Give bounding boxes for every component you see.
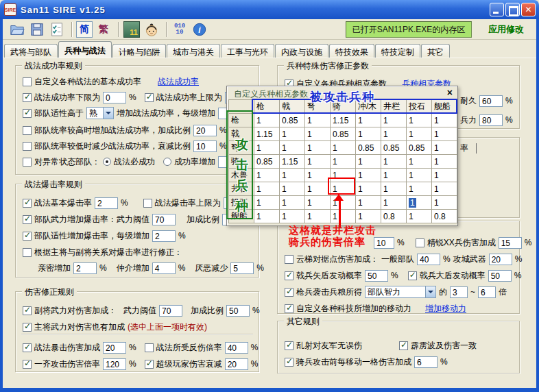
value-input[interactable]: 20 (103, 342, 126, 354)
dropdown[interactable]: 熟 (86, 107, 114, 119)
checkbox[interactable] (285, 341, 294, 350)
checkbox[interactable] (23, 158, 32, 167)
value-input[interactable]: 70 (152, 214, 176, 225)
apply-changes-button[interactable]: 应用修改 (488, 23, 524, 36)
matrix-cell[interactable]: 1 (356, 196, 381, 210)
value-input[interactable]: 40 (225, 342, 248, 354)
matrix-cell[interactable]: 0.85 (356, 141, 381, 155)
matrix-cell[interactable]: 1 (381, 169, 407, 182)
value-input[interactable]: 60 (479, 95, 503, 107)
matrix-cell[interactable]: 0.85 (254, 155, 280, 169)
value-input[interactable]: 80 (479, 114, 503, 126)
checkbox[interactable] (23, 306, 32, 315)
matrix-cell[interactable]: 1 (305, 127, 331, 141)
matrix-cell[interactable]: 1 (432, 196, 457, 210)
checkbox[interactable] (23, 93, 32, 102)
matrix-cell[interactable]: 1 (381, 114, 407, 127)
matrix-cell[interactable]: 1 (381, 127, 407, 141)
matrix-cell[interactable]: 1 (432, 182, 457, 196)
matrix-cell[interactable]: 1 (331, 155, 356, 169)
hyperlink[interactable]: 增加移动力 (425, 303, 466, 315)
checkbox[interactable] (285, 304, 294, 313)
save-button[interactable] (28, 21, 46, 38)
matrix-cell[interactable]: 1 (305, 196, 331, 210)
matrix-cell[interactable]: 1 (305, 210, 331, 223)
matrix-cell[interactable]: 0.85 (381, 141, 407, 155)
checkbox[interactable] (23, 126, 32, 135)
value-input[interactable]: 50 (365, 270, 388, 282)
matrix-cell[interactable]: 1 (381, 155, 407, 169)
matrix-cell[interactable]: 1.15 (254, 127, 280, 141)
value-input[interactable]: 20 (193, 125, 217, 136)
value-input[interactable]: 2 (152, 230, 176, 242)
value-input[interactable]: 15 (499, 237, 522, 249)
matrix-cell[interactable]: 0.85 (407, 141, 432, 155)
matrix-cell[interactable]: 1 (305, 141, 331, 155)
tab-3[interactable]: 计略与陷阱 (112, 44, 166, 58)
matrix-cell[interactable]: 1 (254, 141, 280, 155)
matrix-cell[interactable]: 1 (254, 169, 280, 182)
checkbox[interactable] (145, 343, 154, 352)
open-file-button[interactable] (8, 21, 26, 38)
matrix-cell[interactable]: 1 (254, 196, 280, 210)
tab-4[interactable]: 城市与港关 (167, 44, 220, 58)
matrix-cell[interactable]: 1 (432, 114, 457, 127)
value-input[interactable]: 4 (152, 262, 176, 274)
checkbox[interactable] (145, 93, 154, 102)
matrix-cell[interactable]: 1 (381, 196, 407, 210)
matrix-cell[interactable]: 1 (407, 114, 432, 127)
matrix-cell[interactable]: 1 (280, 182, 305, 196)
matrix-cell[interactable]: 1 (305, 114, 331, 127)
checkbox[interactable] (285, 255, 294, 264)
matrix-cell[interactable]: 1 (407, 169, 432, 182)
checkbox[interactable] (23, 343, 32, 352)
checkbox[interactable] (145, 360, 154, 369)
matrix-cell[interactable]: 1 (356, 114, 381, 127)
close-button[interactable]: ✕ (521, 3, 536, 16)
radio-button[interactable] (103, 158, 111, 166)
value-input[interactable]: 2 (73, 262, 97, 274)
value-input[interactable]: 50 (488, 270, 512, 282)
matrix-cell[interactable]: 1 (356, 182, 381, 196)
memory-button[interactable]: 01010 (171, 21, 189, 38)
value-input[interactable]: 2 (95, 197, 118, 209)
checkbox[interactable] (416, 238, 424, 247)
checkbox[interactable] (408, 271, 417, 280)
matrix-cell[interactable]: 0.85 (280, 114, 305, 127)
matrix-cell[interactable]: 1 (432, 155, 457, 169)
matrix-cell[interactable]: 1 (381, 182, 407, 196)
matrix-cell[interactable]: 1 (356, 169, 381, 182)
value-input[interactable]: 10 (374, 237, 394, 249)
checkbox[interactable] (23, 199, 32, 208)
value-input[interactable]: 50 (226, 305, 250, 317)
tab-7[interactable]: 特技效果 (329, 44, 374, 58)
tab-6[interactable]: 内政与设施 (275, 44, 328, 58)
matrix-cell[interactable]: 1.15 (331, 114, 356, 127)
tab-2[interactable]: 兵种与战法 (58, 41, 112, 58)
matrix-cell[interactable]: 1 (305, 169, 331, 182)
checkbox[interactable] (285, 358, 294, 367)
value-input[interactable]: 20 (489, 254, 512, 265)
matrix-cell[interactable]: 0.8 (432, 210, 457, 223)
matrix-cell[interactable]: 1 (280, 169, 305, 182)
tab-1[interactable]: 武将与部队 (4, 44, 58, 58)
matrix-cell[interactable]: 1 (407, 155, 432, 169)
value-input[interactable]: 40 (417, 254, 440, 265)
matrix-cell[interactable]: 1 (407, 210, 432, 223)
matrix-cell[interactable]: 1 (254, 182, 280, 196)
matrix-cell[interactable]: 1 (407, 182, 432, 196)
checkbox[interactable] (285, 271, 294, 280)
value-input[interactable]: 6 (414, 356, 438, 368)
value-input[interactable]: 3 (450, 286, 468, 298)
matrix-cell[interactable]: 1 (280, 141, 305, 155)
checkbox[interactable] (23, 232, 32, 241)
hyperlink[interactable]: 战法成功率 (158, 76, 199, 88)
matrix-cell[interactable]: 1 (432, 127, 457, 141)
matrix-cell[interactable]: 1 (432, 141, 457, 155)
matrix-cell[interactable]: 0.85 (331, 127, 356, 141)
value-input[interactable]: 5 (230, 262, 254, 274)
checkbox[interactable] (143, 199, 152, 208)
checkbox[interactable] (23, 323, 32, 332)
matrix-cell[interactable]: 1 (432, 169, 457, 182)
radio-button[interactable] (163, 158, 171, 166)
